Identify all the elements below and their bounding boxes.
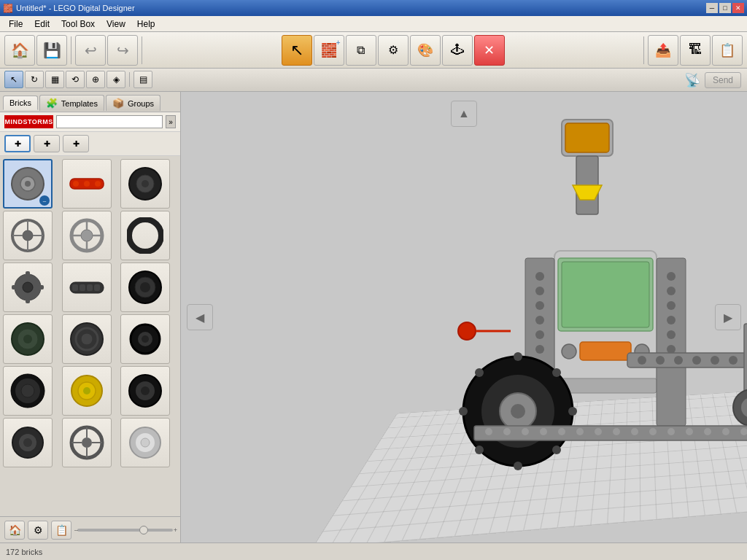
svg-rect-69 [562,262,649,327]
svg-point-71 [562,344,576,359]
brick-item-big-tire[interactable] [3,366,53,416]
brick-item-wheel-large[interactable]: – [3,159,53,209]
nav-right-arrow[interactable]: ▶ [715,304,741,330]
menu-file[interactable]: File [3,18,28,31]
brick-item-dark-tire[interactable] [120,262,170,312]
brick-item-rim[interactable] [120,418,170,467]
panel-tabs: Bricks 🧩 Templates 📦 Groups [0,92,180,112]
tab-groups[interactable]: 📦 Groups [106,95,160,111]
panel-bottom: 🏠 ⚙ 📋 – + [0,516,180,542]
brick-item-spoked-wheel2[interactable] [62,211,112,260]
svg-point-83 [667,287,676,295]
brick-item-dark-wheel[interactable] [120,159,170,209]
build-button[interactable]: 🏗 [680,35,711,66]
delete-button[interactable]: ✕ [474,35,505,66]
paint-tool-btn[interactable]: ◈ [107,71,125,88]
panel-export-btn[interactable]: 📋 [51,521,71,540]
nav-up-arrow[interactable]: ▲ [451,101,477,127]
brick-item-yellow-wheel[interactable] [62,366,112,416]
panel-home-btn[interactable]: 🏠 [4,521,25,540]
home-button[interactable]: 🏠 [4,35,35,66]
svg-rect-33 [94,284,100,291]
svg-point-78 [535,316,544,324]
redo-button[interactable]: ↪ [107,35,138,66]
svg-point-85 [667,316,676,324]
svg-point-129 [631,428,638,435]
tab-bricks[interactable]: Bricks [3,96,38,110]
svg-point-132 [686,428,693,435]
hinge-tool-btn[interactable]: ⊕ [86,71,105,88]
new-group-btn[interactable]: ✚ [4,135,31,152]
category-buttons: ✚ ✚ ✚ [0,132,180,156]
svg-point-51 [83,387,90,394]
svg-point-57 [23,438,32,447]
save-button[interactable]: 💾 [36,35,67,66]
brick-item-disc[interactable] [3,314,53,364]
brick-item-red-beam[interactable] [62,159,112,209]
menu-help[interactable]: Help [131,18,161,31]
brick-item-wheel-dark2[interactable] [120,366,170,416]
brick-item-ring[interactable] [120,211,170,260]
svg-point-45 [142,335,149,343]
zoom-thumb[interactable] [139,526,148,534]
svg-point-104 [552,368,561,377]
svg-point-133 [704,428,711,435]
add-to-group-btn[interactable]: ✚ [63,135,89,152]
menu-view[interactable]: View [101,18,131,31]
stamp-tool-btn[interactable]: ▦ [45,71,64,88]
svg-point-107 [638,356,646,365]
cursor-tool-btn[interactable]: ↖ [4,71,23,88]
svg-rect-27 [12,285,18,289]
instructions-button[interactable]: 📋 [712,35,743,66]
minimize-button[interactable]: ─ [706,3,718,13]
hinge-button[interactable]: ⚙ [378,35,409,66]
brick-item-caterpillar[interactable] [62,262,112,312]
svg-rect-30 [72,284,78,291]
svg-point-11 [23,230,33,241]
view-toggle-btn[interactable]: ▤ [133,71,152,88]
undo-button[interactable]: ↩ [75,35,106,66]
svg-point-84 [667,301,676,310]
panel-settings-btn[interactable]: ⚙ [28,521,48,540]
main-content: Bricks 🧩 Templates 📦 Groups MINDSTORMS »… [0,92,747,542]
svg-point-59 [82,438,92,448]
menu-toolbox[interactable]: Tool Box [55,18,101,31]
brick-item-spoke-wheel[interactable] [3,211,53,260]
view3d-button[interactable]: 🕹 [442,35,473,66]
nav-left-arrow[interactable]: ◀ [187,304,213,330]
add-brick-button[interactable]: 🧱+ [314,35,344,66]
brick-item-track[interactable] [62,314,112,364]
flex-tool-btn[interactable]: ⟲ [66,71,85,88]
collapse-button[interactable]: » [166,115,176,128]
window-controls: ─ □ ✕ [706,3,744,13]
brick-item-spoked3[interactable] [62,418,112,467]
rotate-tool-btn[interactable]: ↻ [25,71,44,88]
brick-item-dark-wheel2[interactable] [120,314,170,364]
svg-point-6 [95,181,101,187]
search-input[interactable] [56,115,163,128]
tab-templates[interactable]: 🧩 Templates [39,95,104,111]
clone-button[interactable]: ⧉ [346,35,376,66]
close-button[interactable]: ✕ [732,3,744,13]
svg-point-102 [475,368,484,377]
brick-item-gear[interactable] [3,262,53,312]
svg-point-17 [81,230,93,241]
svg-point-86 [667,330,676,339]
toolbar-separator-3 [643,36,644,64]
maximize-button[interactable]: □ [719,3,731,13]
share-button[interactable]: 📤 [648,35,678,66]
paint-button[interactable]: 🎨 [410,35,441,66]
select-tool-button[interactable]: ↖ [282,35,312,66]
new-subgroup-btn[interactable]: ✚ [34,135,60,152]
svg-point-42 [81,333,93,345]
svg-rect-25 [26,271,30,277]
send-button[interactable]: Send [705,72,741,88]
svg-point-79 [535,330,544,339]
menu-edit[interactable]: Edit [28,18,55,31]
viewport[interactable]: ▲ ◀ ▶ [181,92,747,542]
svg-point-134 [722,428,729,435]
svg-point-39 [23,335,32,343]
brick-item-disc2[interactable] [3,418,53,467]
svg-point-109 [674,356,683,365]
zoom-slider[interactable]: – + [77,529,173,532]
